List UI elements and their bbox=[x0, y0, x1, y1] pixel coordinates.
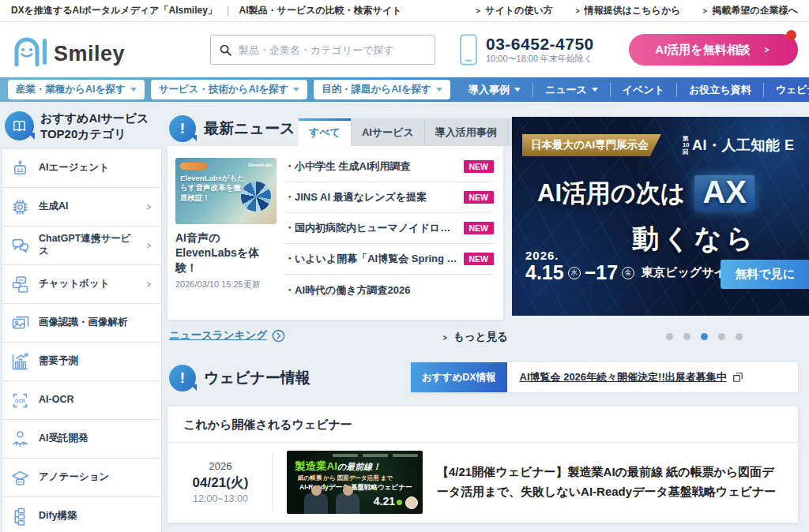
nav-pill-purpose[interactable]: 目的・課題からAIを探す bbox=[314, 80, 450, 99]
carousel-dot-active[interactable] bbox=[701, 333, 708, 340]
news-list: 小中学生 生成AI利用調査 NEW JINS AI 最適なレンズを提案 NEW … bbox=[284, 152, 494, 305]
news-list-item[interactable]: 国内初病院内ヒューマノイドロ… NEW bbox=[284, 213, 494, 244]
webinar-thumbnail: 製造業AIの最前線！ 紙の帳票 から 図面データ活用 まで AI-Readyデー… bbox=[287, 451, 423, 514]
topbar: DXを推進するAIポータルメディア「AIsmiley」 ｜ AI製品・サービスの… bbox=[0, 0, 809, 22]
dropdown-arrow-icon bbox=[592, 88, 598, 92]
sidebar-item-ai-agent[interactable]: AIエージェント bbox=[2, 149, 161, 188]
nav-link-events[interactable]: イベント bbox=[610, 83, 676, 97]
sidebar-item-image-recognition[interactable]: 画像認識・画像解析 bbox=[2, 304, 161, 343]
featured-article-thumbnail[interactable]: ElevenLabs ElevenLabsがもたらす音声改革を徹底検証！ bbox=[175, 158, 277, 224]
news-tab-all[interactable]: すべて bbox=[299, 118, 351, 146]
news-tab-case-studies[interactable]: 導入活用事例 bbox=[424, 118, 507, 146]
sidebar-item-chatbot[interactable]: チャットボット ＞ bbox=[2, 265, 161, 304]
nav-link-webinar[interactable]: ウェビナー bbox=[763, 83, 809, 97]
news-list-item[interactable]: いよいよ開幕「AI博覧会 Spring … NEW bbox=[284, 244, 494, 275]
header: Smiley 03-6452-4750 10:00〜18:00 年末年始除く A… bbox=[0, 22, 809, 77]
sidebar-item-ai-ocr[interactable]: OCR AI-OCR bbox=[2, 381, 161, 420]
recommended-dx-button[interactable]: おすすめDX情報 bbox=[411, 362, 507, 392]
divider bbox=[272, 454, 273, 511]
chevron-right-icon: ＞ bbox=[145, 200, 152, 214]
topbar-link-submit-info[interactable]: ＞情報提供はこちらから bbox=[574, 4, 681, 17]
nav-link-case-studies[interactable]: 導入事例 bbox=[457, 83, 532, 97]
thumbnail-badge bbox=[180, 163, 207, 170]
external-link-icon bbox=[732, 372, 743, 383]
sidebar-recommended-categories: おすすめAIサービス TOP20カテゴリ AIエージェント 生成AI ＞ bbox=[2, 111, 162, 532]
search-input[interactable] bbox=[239, 44, 427, 56]
sidebar-item-generative-ai[interactable]: 生成AI ＞ bbox=[2, 188, 161, 227]
search-box[interactable] bbox=[210, 35, 435, 65]
tagline-media: DXを推進するAIポータルメディア「AIsmiley」 bbox=[11, 4, 217, 17]
circle-chevron-icon bbox=[272, 329, 285, 343]
phone-block: 03-6452-4750 10:00〜18:00 年末年始除く bbox=[457, 33, 594, 66]
news-list-item[interactable]: AI時代の働き方調査2026 bbox=[284, 275, 494, 305]
carousel-dot[interactable] bbox=[736, 333, 743, 340]
news-tab-ai-services[interactable]: AIサービス bbox=[351, 118, 424, 146]
chevron-right-icon: ＞ bbox=[762, 43, 770, 57]
webinar-card: これから開催されるウェビナー 2026 04/21(火) 12:00~13:00… bbox=[167, 406, 798, 523]
bar-chart-icon bbox=[9, 351, 31, 373]
webinar-entry[interactable]: 2026 04/21(火) 12:00~13:00 製造業AIの最前線！ 紙の帳… bbox=[167, 443, 798, 522]
banner-headline-1: AI活用の次は AX bbox=[537, 175, 754, 211]
sidebar-item-ai-development[interactable]: AI受託開発 bbox=[2, 420, 161, 459]
nav-pill-service-tech[interactable]: サービス・技術からAIを探す bbox=[151, 80, 308, 99]
banner-gold-badge: 日本最大のAI専門展示会 bbox=[522, 134, 661, 156]
news-more-link[interactable]: ＞ もっと見る bbox=[441, 330, 508, 344]
svg-text:OCR: OCR bbox=[15, 398, 26, 403]
chevron-right-icon: ＞ bbox=[145, 277, 152, 291]
free-consultation-button[interactable]: AI活用を無料相談 ＞ bbox=[629, 34, 798, 66]
robot-agent-icon bbox=[9, 158, 31, 179]
featured-article-date: 2026/03/10 15:25更新 bbox=[175, 279, 261, 290]
workflow-icon bbox=[9, 506, 31, 527]
new-badge: NEW bbox=[464, 253, 495, 265]
search-icon bbox=[219, 43, 232, 57]
chip-icon bbox=[9, 197, 31, 218]
webinar-date-block: 2026 04/21(火) 12:00~13:00 bbox=[183, 460, 258, 504]
pinwheel-graphic bbox=[241, 182, 271, 212]
weekday-fri-icon: 金 bbox=[622, 267, 634, 279]
topbar-link-advertise[interactable]: ＞掲載希望の企業様へ bbox=[701, 4, 798, 17]
sidebar-item-annotation[interactable]: アノテーション bbox=[2, 459, 161, 497]
webinar-entry-title: 【4/21開催ウェビナー】製造業AIの最前線 紙の帳票から図面データ活用まで、失… bbox=[437, 463, 782, 502]
featured-article-title[interactable]: AI音声のElevenLabsを体験！ bbox=[175, 230, 280, 275]
upcoming-webinars-heading: これから開催されるウェビナー bbox=[167, 406, 798, 443]
aismiley-homepage: DXを推進するAIポータルメディア「AIsmiley」 ｜ AI製品・サービスの… bbox=[0, 0, 809, 532]
news-list-item[interactable]: 小中学生 生成AI利用調査 NEW bbox=[284, 152, 494, 182]
speaker-silhouette bbox=[336, 493, 359, 514]
dropdown-arrow-icon bbox=[514, 88, 521, 92]
carousel-dot[interactable] bbox=[666, 333, 673, 340]
dropdown-arrow-icon bbox=[436, 88, 442, 92]
banner-cta-button[interactable]: 無料で見に bbox=[721, 260, 809, 289]
webinar-section-header: ! ウェビナー情報 bbox=[169, 365, 310, 392]
nav-link-resources[interactable]: お役立ち資料 bbox=[676, 83, 763, 97]
dropdown-arrow-icon bbox=[130, 88, 137, 92]
smartphone-icon bbox=[457, 33, 480, 66]
sidebar-item-demand-forecast[interactable]: 需要予測 bbox=[2, 343, 161, 381]
webinar-section-title: ウェビナー情報 bbox=[204, 368, 310, 388]
chevron-right-icon: ＞ bbox=[145, 238, 152, 253]
topbar-link-how-to-use[interactable]: ＞サイトの使い方 bbox=[474, 4, 552, 17]
smiley-arch-icon bbox=[11, 33, 52, 66]
page-content: おすすめAIサービス TOP20カテゴリ AIエージェント 生成AI ＞ bbox=[0, 102, 809, 532]
expo-recruit-link[interactable]: AI博覧会 2026年続々開催決定!!出展者募集中 bbox=[520, 370, 727, 384]
sidebar-item-dify[interactable]: Dify構築 bbox=[2, 497, 161, 532]
dropdown-arrow-icon bbox=[293, 88, 299, 92]
carousel-dot[interactable] bbox=[718, 333, 725, 340]
carousel-dot[interactable] bbox=[683, 333, 690, 340]
logo-text: Smiley bbox=[54, 43, 125, 66]
sidebar-item-chatgpt-services[interactable]: ChatGPT連携サービス ＞ bbox=[2, 227, 161, 265]
news-list-item[interactable]: JINS AI 最適なレンズを提案 NEW bbox=[284, 182, 494, 213]
banner-ax-highlight: AX bbox=[694, 175, 754, 211]
phone-hours: 10:00〜18:00 年末年始除く bbox=[486, 53, 594, 65]
site-tagline: DXを推進するAIポータルメディア「AIsmiley」 ｜ AI製品・サービスの… bbox=[11, 4, 402, 17]
aismiley-logo[interactable]: Smiley bbox=[11, 33, 210, 66]
news-section-header: ! 最新ニュース bbox=[169, 115, 295, 142]
tagline-separator: ｜ bbox=[224, 4, 233, 17]
phone-number: 03-6452-4750 bbox=[486, 35, 594, 53]
ai-expo-banner[interactable]: 日本最大のAI専門展示会 第10回 AI・人工知能 E AI活用の次は AX 動… bbox=[512, 117, 809, 316]
nav-pill-industry[interactable]: 産業・業種からAIを探す bbox=[8, 80, 145, 99]
nav-link-news[interactable]: ニュース bbox=[532, 83, 610, 97]
chevron-right-icon: ＞ bbox=[442, 332, 449, 343]
news-ranking-link[interactable]: ニュースランキング bbox=[169, 328, 285, 343]
nav-links: 導入事例 ニュース イベント お役立ち資料 ウェビナー bbox=[457, 77, 809, 102]
thumbnail-logos bbox=[333, 454, 418, 458]
